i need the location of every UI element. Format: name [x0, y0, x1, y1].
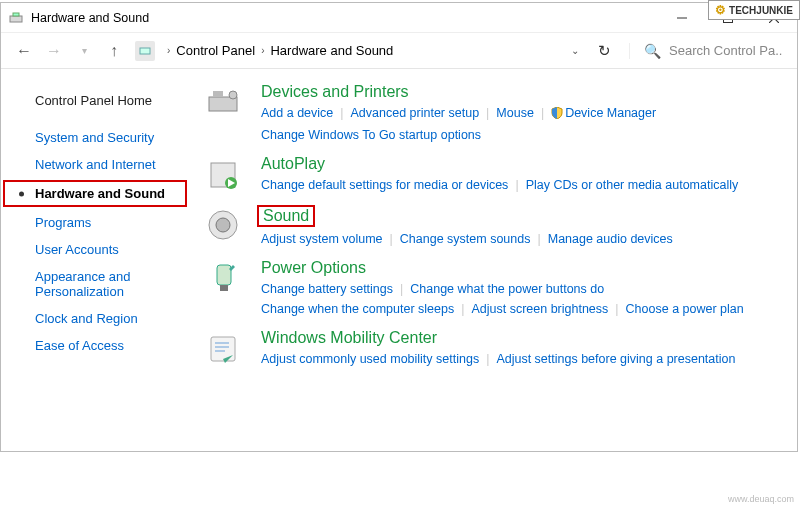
- back-button[interactable]: ←: [9, 37, 39, 65]
- search-placeholder: Search Control Pa..: [669, 43, 782, 58]
- svg-rect-15: [217, 265, 231, 285]
- category-link[interactable]: Device Manager: [565, 106, 656, 120]
- sidebar: Control Panel Home System and SecurityNe…: [1, 69, 193, 451]
- svg-rect-6: [140, 48, 150, 54]
- category-title[interactable]: AutoPlay: [261, 155, 325, 173]
- category-link[interactable]: Mouse: [496, 106, 534, 120]
- category-link[interactable]: Adjust screen brightness: [471, 302, 608, 316]
- sidebar-item[interactable]: Programs: [1, 209, 193, 236]
- category-link[interactable]: Play CDs or other media automatically: [526, 178, 739, 192]
- category-link[interactable]: Change system sounds: [400, 232, 531, 246]
- category-links: Add a device|Advanced printer setup|Mous…: [261, 103, 787, 145]
- svg-rect-8: [213, 91, 223, 97]
- category-link[interactable]: Change Windows To Go startup options: [261, 128, 481, 142]
- sidebar-item[interactable]: Appearance and Personalization: [1, 263, 193, 305]
- refresh-button[interactable]: ↻: [587, 37, 621, 65]
- category: Power OptionsChange battery settings|Cha…: [203, 259, 787, 319]
- category-link[interactable]: Manage audio devices: [548, 232, 673, 246]
- breadcrumb-root[interactable]: Control Panel: [176, 43, 255, 58]
- sidebar-item[interactable]: System and Security: [1, 124, 193, 151]
- up-button[interactable]: ↑: [99, 37, 129, 65]
- category-title[interactable]: Power Options: [261, 259, 366, 277]
- techjunkie-watermark: ⚙ TECHJUNKIE: [708, 0, 800, 20]
- forward-button[interactable]: →: [39, 37, 69, 65]
- recent-dropdown[interactable]: ▾: [69, 37, 99, 65]
- category-link[interactable]: Change what the power buttons do: [410, 282, 604, 296]
- category-icon: [203, 83, 243, 123]
- sidebar-item-active[interactable]: Hardware and Sound: [3, 180, 187, 207]
- category-links: Adjust commonly used mobility settings|A…: [261, 349, 787, 369]
- gear-icon: ⚙: [715, 3, 726, 17]
- category-links: Change battery settings|Change what the …: [261, 279, 787, 319]
- category-link[interactable]: Change default settings for media or dev…: [261, 178, 508, 192]
- category-link[interactable]: Advanced printer setup: [351, 106, 480, 120]
- category-link[interactable]: Change battery settings: [261, 282, 393, 296]
- minimize-button[interactable]: [659, 3, 705, 33]
- category-links: Adjust system volume|Change system sound…: [261, 229, 787, 249]
- svg-rect-17: [211, 337, 235, 361]
- category-links: Change default settings for media or dev…: [261, 175, 787, 195]
- category: SoundAdjust system volume|Change system …: [203, 205, 787, 249]
- search-icon: 🔍: [644, 43, 661, 59]
- breadcrumb-current[interactable]: Hardware and Sound: [270, 43, 393, 58]
- main-panel: Devices and PrintersAdd a device|Advance…: [193, 69, 797, 451]
- footer-watermark: www.deuaq.com: [728, 494, 794, 504]
- category: AutoPlayChange default settings for medi…: [203, 155, 787, 195]
- window-title: Hardware and Sound: [31, 11, 149, 25]
- category-link[interactable]: Change when the computer sleeps: [261, 302, 454, 316]
- chevron-right-icon[interactable]: ›: [255, 45, 270, 56]
- navigation-bar: ← → ▾ ↑ › Control Panel › Hardware and S…: [1, 33, 797, 69]
- address-dropdown[interactable]: ⌄: [563, 39, 587, 63]
- category-link[interactable]: Adjust commonly used mobility settings: [261, 352, 479, 366]
- category-icon: [203, 205, 243, 245]
- svg-point-14: [216, 218, 230, 232]
- category: Windows Mobility CenterAdjust commonly u…: [203, 329, 787, 369]
- control-panel-window: Hardware and Sound ← → ▾ ↑ › Control Pan…: [0, 2, 798, 452]
- category: Devices and PrintersAdd a device|Advance…: [203, 83, 787, 145]
- shield-icon: [551, 105, 563, 125]
- category-icon: [203, 155, 243, 195]
- category-link[interactable]: Adjust system volume: [261, 232, 383, 246]
- category-title[interactable]: Windows Mobility Center: [261, 329, 437, 347]
- svg-rect-1: [13, 13, 19, 16]
- category-icon: [203, 259, 243, 299]
- titlebar: Hardware and Sound: [1, 3, 797, 33]
- category-link[interactable]: Adjust settings before giving a presenta…: [496, 352, 735, 366]
- sidebar-item[interactable]: Clock and Region: [1, 305, 193, 332]
- hardware-icon: [7, 9, 25, 27]
- category-title[interactable]: Sound: [257, 205, 315, 227]
- svg-rect-16: [220, 285, 228, 291]
- content-area: Control Panel Home System and SecurityNe…: [1, 69, 797, 451]
- chevron-right-icon[interactable]: ›: [161, 45, 176, 56]
- category-link[interactable]: Choose a power plan: [626, 302, 744, 316]
- sidebar-item[interactable]: User Accounts: [1, 236, 193, 263]
- breadcrumb: › Control Panel › Hardware and Sound: [135, 41, 393, 61]
- sidebar-home[interactable]: Control Panel Home: [1, 87, 193, 114]
- control-panel-icon: [135, 41, 155, 61]
- category-icon: [203, 329, 243, 369]
- sidebar-item[interactable]: Ease of Access: [1, 332, 193, 359]
- svg-point-9: [229, 91, 237, 99]
- category-link[interactable]: Add a device: [261, 106, 333, 120]
- sidebar-item[interactable]: Network and Internet: [1, 151, 193, 178]
- search-box[interactable]: 🔍 Search Control Pa..: [629, 43, 789, 59]
- svg-rect-0: [10, 16, 22, 22]
- category-title[interactable]: Devices and Printers: [261, 83, 409, 101]
